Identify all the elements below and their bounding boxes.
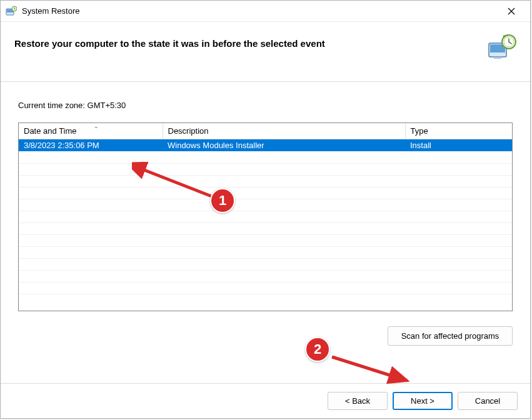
window-title: System Restore bbox=[22, 6, 498, 16]
chevron-down-icon: ⌄ bbox=[94, 123, 99, 129]
back-button[interactable]: < Back bbox=[328, 392, 388, 410]
column-header-date-label: Date and Time bbox=[24, 126, 77, 136]
system-restore-window: System Restore Restore your computer to … bbox=[0, 0, 531, 419]
cancel-button[interactable]: Cancel bbox=[458, 392, 518, 410]
header-area: Restore your computer to the state it wa… bbox=[1, 22, 530, 82]
restore-icon bbox=[6, 6, 17, 17]
svg-line-12 bbox=[332, 357, 407, 381]
cell-date: 3/8/2023 2:35:06 PM bbox=[19, 139, 163, 152]
restore-points-table[interactable]: Date and Time ⌄ Description Type 3/8/202… bbox=[18, 122, 513, 311]
footer: < Back Next > Cancel bbox=[1, 383, 530, 418]
column-header-description[interactable]: Description bbox=[163, 123, 405, 139]
close-button[interactable] bbox=[498, 1, 525, 21]
restore-large-icon bbox=[486, 33, 516, 63]
titlebar: System Restore bbox=[1, 1, 530, 22]
scan-button-row: Scan for affected programs bbox=[18, 326, 513, 346]
column-header-date[interactable]: Date and Time ⌄ bbox=[19, 123, 163, 139]
header-title: Restore your computer to the state it wa… bbox=[14, 33, 325, 49]
content-area: Current time zone: GMT+5:30 Date and Tim… bbox=[1, 82, 530, 352]
annotation-arrow-2 bbox=[326, 351, 419, 388]
table-row[interactable]: 3/8/2023 2:35:06 PM Windows Modules Inst… bbox=[19, 139, 512, 152]
next-button[interactable]: Next > bbox=[393, 392, 453, 410]
scan-affected-programs-button[interactable]: Scan for affected programs bbox=[388, 326, 513, 346]
cell-description: Windows Modules Installer bbox=[163, 139, 405, 152]
timezone-label: Current time zone: GMT+5:30 bbox=[18, 101, 513, 110]
column-header-type[interactable]: Type bbox=[405, 123, 512, 139]
cell-type: Install bbox=[405, 139, 512, 152]
svg-rect-5 bbox=[494, 57, 501, 59]
